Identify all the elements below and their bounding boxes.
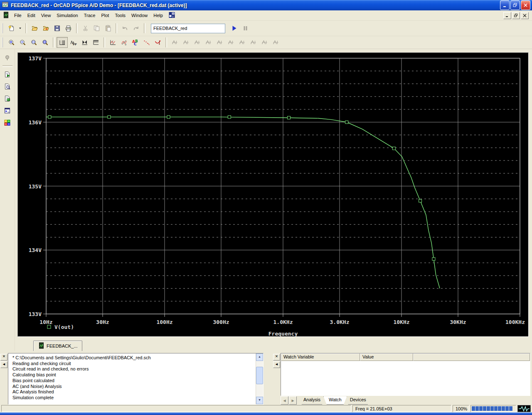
scrollbar-thumb[interactable] — [256, 367, 263, 384]
menu-trace[interactable]: Trace — [81, 11, 99, 20]
log-x-axis-button[interactable] — [57, 37, 68, 48]
tab-feedback-dat[interactable]: FEEDBACK_... — [33, 341, 82, 351]
menu-tools[interactable]: Tools — [112, 11, 128, 20]
column-watch-variable[interactable]: Watch Variable — [281, 353, 360, 361]
new-simulation-button[interactable] — [6, 23, 17, 34]
svg-text:100KHz: 100KHz — [505, 319, 525, 325]
waveform-plot-area[interactable]: 10Hz30Hz100Hz300Hz1.0KHz3.0KHz10KHz30KHz… — [17, 52, 529, 337]
view-circuit-file-button[interactable] — [2, 81, 13, 92]
svg-text:0: 0 — [125, 43, 127, 46]
watch-table-header: Watch Variable Value — [281, 353, 530, 361]
view-simulation-results-button[interactable] — [2, 117, 13, 128]
toolbar-grab-handle[interactable] — [2, 23, 4, 33]
print-button[interactable] — [63, 23, 74, 34]
evaluate-measurement-button[interactable] — [152, 37, 163, 48]
watch-tab-strip: ◀ ▶ AnalysisWatchDevices — [281, 396, 530, 405]
menu-help[interactable]: Help — [150, 11, 166, 20]
log-line: Circuit read in and checked, no errors — [12, 366, 256, 372]
svg-text:300Hz: 300Hz — [213, 319, 229, 325]
simulation-queue-button[interactable] — [2, 69, 13, 80]
toolbar-separator — [76, 23, 78, 33]
output-close-button[interactable]: ✕ — [0, 354, 7, 361]
menu-edit[interactable]: Edit — [25, 11, 38, 20]
simulation-profile-combo[interactable]: FEEDBACK_red — [151, 24, 225, 33]
document-tab-bar: FEEDBACK_... — [15, 337, 532, 351]
cursor-search-button — [236, 37, 248, 48]
tabs-scroll-left-button[interactable]: ◀ — [281, 396, 288, 405]
zoom-area-button[interactable] — [28, 37, 39, 48]
tabs-scroll-right-button[interactable]: ▶ — [289, 396, 297, 405]
cursor-max-button — [214, 37, 225, 48]
watch-table-body[interactable] — [281, 361, 530, 395]
watch-collapse-button[interactable]: ◀ — [273, 361, 280, 368]
progress-segment — [487, 406, 490, 411]
toolbar-separator — [144, 23, 145, 33]
menu-view[interactable]: View — [38, 11, 54, 20]
scroll-up-button[interactable]: ▲ — [256, 353, 263, 361]
view-output-file-button[interactable] — [2, 105, 13, 116]
mark-data-points-button[interactable]: 0 — [118, 37, 130, 48]
restore-button[interactable] — [510, 0, 520, 10]
progress-segment — [509, 406, 512, 411]
new-dropdown-arrow[interactable] — [17, 23, 23, 34]
zoom-fit-button[interactable] — [39, 37, 51, 48]
log-line: Calculating bias point — [12, 372, 256, 378]
progress-segment — [494, 406, 498, 411]
output-scrollbar[interactable]: ▲ ▼ — [256, 353, 263, 404]
svg-text:30KHz: 30KHz — [450, 319, 466, 325]
simulation-progress-bar — [470, 405, 516, 412]
output-collapse-button[interactable]: ◀ — [0, 361, 7, 368]
redo-button — [131, 23, 142, 34]
svg-text:Frequency: Frequency — [268, 331, 298, 337]
output-window: ✕ ◀ * C:\Documents and Settings\Giulio\D… — [0, 353, 264, 405]
menu-simulation[interactable]: Simulation — [54, 11, 81, 20]
svg-text:C: C — [134, 42, 137, 46]
tab-watch[interactable]: Watch — [323, 396, 347, 405]
child-restore-button[interactable] — [512, 12, 520, 19]
column-value[interactable]: Value — [360, 353, 413, 361]
app-icon — [2, 1, 9, 9]
menu-file[interactable]: File — [11, 11, 25, 20]
zoom-in-button[interactable] — [6, 37, 17, 48]
menu-window[interactable]: Window — [128, 11, 150, 20]
svg-text:135V: 135V — [29, 183, 42, 190]
performance-analysis-button[interactable] — [79, 37, 90, 48]
progress-segment — [483, 406, 486, 411]
log-y-axis-button[interactable] — [90, 37, 101, 48]
minimize-button[interactable] — [500, 0, 510, 10]
status-zoom-panel: 100% — [453, 405, 469, 412]
progress-segment — [472, 406, 475, 411]
child-minimize-button[interactable] — [503, 12, 511, 19]
toggle-cursor-button[interactable] — [107, 37, 118, 48]
svg-text:↕: ↕ — [172, 15, 174, 18]
child-close-button[interactable] — [521, 12, 529, 19]
zoom-out-button[interactable] — [17, 37, 28, 48]
menu-plot[interactable]: Plot — [98, 11, 112, 20]
text-label-button[interactable]: ABC — [130, 37, 141, 48]
progress-segment — [498, 406, 501, 411]
tab-analysis[interactable]: Analysis — [298, 396, 325, 405]
svg-text:V(out): V(out) — [54, 324, 74, 330]
run-button[interactable] — [229, 23, 240, 34]
svg-text:30Hz: 30Hz — [96, 319, 109, 325]
annotate-dots-button[interactable] — [141, 37, 152, 48]
close-button[interactable] — [521, 0, 530, 10]
open-button[interactable] — [29, 23, 40, 34]
fft-button[interactable]: FFT — [68, 37, 79, 48]
pane-splitter[interactable] — [264, 353, 273, 405]
document-system-icon[interactable] — [2, 12, 10, 19]
undo-button — [119, 23, 131, 34]
save-button[interactable] — [52, 23, 63, 34]
plot-document-icon — [38, 342, 45, 350]
progress-segment — [479, 406, 483, 411]
watch-close-button[interactable]: ✕ — [273, 354, 280, 361]
toolbar-grab-handle[interactable] — [2, 37, 4, 47]
tab-devices[interactable]: Devices — [345, 396, 371, 405]
schematic-display-icon[interactable]: ↕ — [168, 12, 175, 19]
cursor-slope-button — [192, 37, 203, 48]
log-line: * C:\Documents and Settings\Giulio\Docum… — [12, 355, 256, 361]
append-file-button[interactable] — [40, 23, 52, 34]
view-netlist-button[interactable] — [2, 93, 13, 104]
frequency-response-chart[interactable]: 10Hz30Hz100Hz300Hz1.0KHz3.0KHz10KHz30KHz… — [18, 53, 526, 339]
scroll-down-button[interactable]: ▼ — [256, 397, 263, 404]
